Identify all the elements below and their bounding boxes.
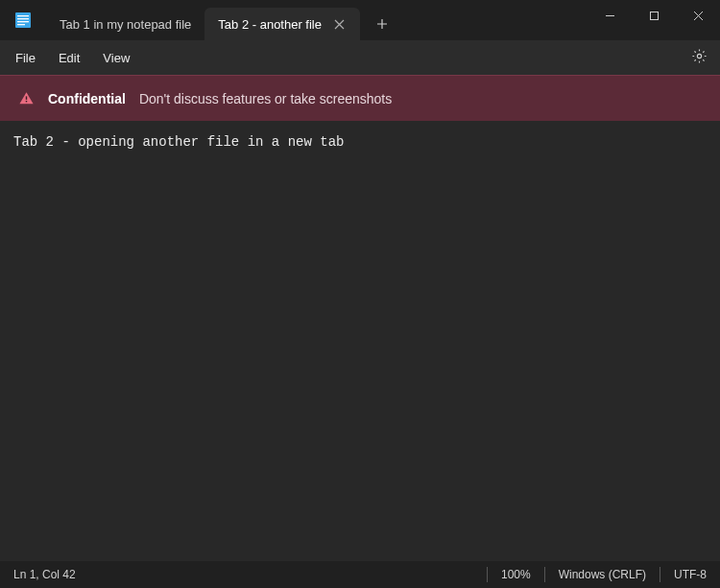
- tab-1[interactable]: Tab 1 in my notepad file: [46, 8, 204, 40]
- tab-2[interactable]: Tab 2 - another file: [204, 8, 360, 40]
- window-controls: [588, 0, 720, 31]
- confidential-banner: Confidential Don't discuss features or t…: [0, 75, 720, 121]
- status-bar: Ln 1, Col 42 100% Windows (CRLF) UTF-8: [0, 561, 720, 588]
- editor-area[interactable]: Tab 2 - opening another file in a new ta…: [0, 121, 720, 561]
- banner-message: Don't discuss features or take screensho…: [139, 91, 392, 106]
- minimize-button[interactable]: [588, 0, 632, 31]
- svg-rect-2: [17, 18, 29, 19]
- tab-label: Tab 1 in my notepad file: [60, 17, 191, 32]
- gear-icon: [691, 48, 708, 67]
- app-icon: [13, 11, 33, 30]
- tab-label: Tab 2 - another file: [218, 17, 322, 32]
- menu-edit[interactable]: Edit: [49, 46, 89, 70]
- svg-rect-3: [17, 21, 29, 22]
- menu-view[interactable]: View: [93, 46, 139, 70]
- svg-point-6: [697, 54, 701, 58]
- settings-button[interactable]: [685, 44, 712, 71]
- status-line-ending[interactable]: Windows (CRLF): [545, 561, 660, 588]
- menu-bar: File Edit View: [0, 40, 720, 75]
- svg-rect-0: [15, 12, 31, 28]
- editor-content: Tab 2 - opening another file in a new ta…: [13, 134, 344, 150]
- maximize-button[interactable]: [632, 0, 676, 31]
- svg-rect-4: [17, 24, 25, 25]
- tabs-container: Tab 1 in my notepad file Tab 2 - another…: [46, 8, 360, 40]
- close-window-button[interactable]: [676, 0, 720, 31]
- warning-icon: [17, 90, 35, 107]
- status-position[interactable]: Ln 1, Col 42: [0, 561, 89, 588]
- svg-rect-8: [25, 101, 26, 102]
- status-encoding[interactable]: UTF-8: [660, 561, 720, 588]
- svg-rect-1: [17, 15, 29, 16]
- new-tab-button[interactable]: [366, 8, 398, 40]
- menu-file[interactable]: File: [6, 46, 45, 70]
- close-tab-icon[interactable]: [331, 16, 347, 32]
- banner-title: Confidential: [48, 91, 126, 106]
- svg-rect-5: [650, 12, 658, 19]
- title-bar: Tab 1 in my notepad file Tab 2 - another…: [0, 0, 720, 40]
- svg-rect-7: [25, 96, 26, 100]
- status-zoom[interactable]: 100%: [488, 561, 544, 588]
